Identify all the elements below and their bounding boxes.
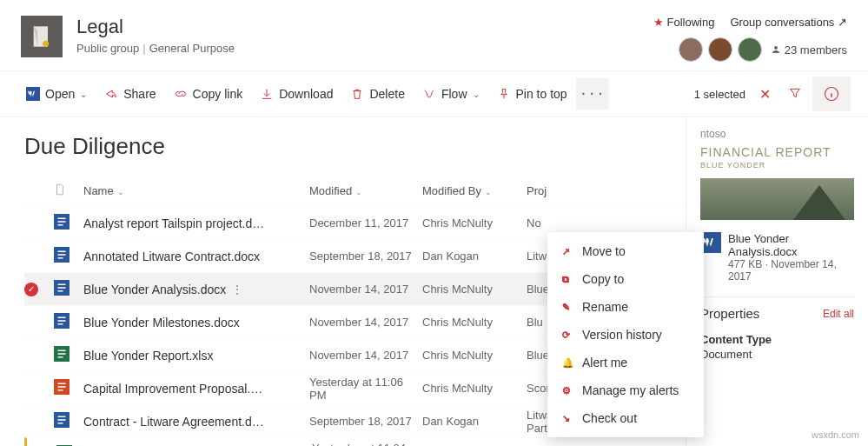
person-icon [771,44,781,55]
page-title: Due Diligence [24,133,686,160]
svg-text:↗: ↗ [562,246,570,256]
word-icon [54,247,70,263]
clear-selection-button[interactable]: ✕ [752,86,778,103]
flow-button[interactable]: Flow⌄ [414,82,488,106]
context-menu-item[interactable]: ↘Check out [547,404,704,432]
svg-point-2 [774,46,778,50]
selection-count: 1 selected [694,88,745,101]
context-menu-item[interactable]: 🔔Alert me [547,349,704,376]
properties-heading: Properties [700,306,759,321]
table-row[interactable]: Court Cases.xlsxYesterday at 11:04 PMChr… [24,437,686,446]
download-button[interactable]: Download [251,82,341,106]
modified-by-cell: Chris McNulty [422,216,527,230]
context-menu-item[interactable]: ⟳Version history [547,321,704,349]
modified-by-cell: Dan Kogan [422,250,527,263]
modified-cell: November 14, 2017 [309,283,422,296]
modified-by-cell: Chris McNulty [422,349,527,362]
share-button[interactable]: Share [96,82,164,106]
svg-text:🔔: 🔔 [562,357,573,369]
modified-cell: September 18, 2017 [309,415,422,428]
open-button[interactable]: Open⌄ [17,82,96,106]
svg-text:⧉: ⧉ [562,274,569,284]
row-more-button[interactable]: ⋮ [226,283,248,296]
modified-cell: September 18, 2017 [309,250,422,263]
info-pane-button[interactable] [812,77,851,111]
preview-thumbnail [700,178,854,220]
column-headers: Name⌄ Modified⌄ Modified By⌄ Proj [24,176,686,206]
pin-icon [497,87,511,101]
menu-item-icon: 🔔 [560,356,573,369]
menu-item-icon: ↗ [560,244,573,258]
file-name[interactable]: Analyst report Tailspin project.d… [83,216,309,230]
modified-cell: Yesterday at 11:06 PM [309,376,422,402]
prop-content-type-value: Document [700,348,854,361]
ppt-icon [54,379,70,395]
pin-button[interactable]: Pin to top [488,82,576,106]
svg-text:✎: ✎ [562,302,570,312]
column-project[interactable]: Proj [527,184,622,197]
download-icon [260,87,274,101]
file-name[interactable]: Blue Yonder Milestones.docx [83,316,309,330]
project-cell: No [527,216,622,230]
members-row[interactable]: 23 members [679,37,847,62]
delete-button[interactable]: Delete [341,82,413,106]
context-menu-item[interactable]: ⧉Copy to [547,265,704,293]
share-icon [104,87,118,101]
file-name[interactable]: Contract - Litware Agreement.d… [83,415,309,429]
context-menu-item[interactable]: ⚙Manage my alerts [547,376,704,404]
file-name[interactable]: Blue Yonder Analysis.docx⋮ [83,283,309,296]
site-title: Legal [76,16,235,38]
document-icon [54,183,66,196]
context-menu-item[interactable]: ✎Rename [547,293,704,321]
menu-item-icon: ↘ [560,411,573,425]
file-name[interactable]: Blue Yonder Report.xlsx [83,349,309,363]
word-icon [54,280,70,296]
command-bar: Open⌄ Share Copy link Download Delete Fl… [0,70,868,117]
menu-item-icon: ⧉ [560,272,573,286]
column-modified[interactable]: Modified⌄ [309,184,422,197]
modified-by-cell: Chris McNulty [422,316,527,329]
modified-by-cell: Dan Kogan [422,415,527,428]
modified-by-cell: Chris McNulty [422,283,527,296]
avatar [679,37,703,62]
trash-icon [350,87,364,101]
modified-by-cell: Chris McNulty [422,382,527,395]
word-icon [54,313,70,329]
modified-cell: December 11, 2017 [309,216,422,230]
following-link[interactable]: ★ Following [653,16,715,29]
watermark: wsxdn.com [808,429,863,441]
context-menu: ↗Move to⧉Copy to✎Rename⟳Version history🔔… [547,232,704,437]
svg-text:⚙: ⚙ [562,385,571,396]
more-button[interactable]: · · · [576,78,609,110]
modified-cell: November 14, 2017 [309,316,422,329]
svg-point-1 [43,41,49,47]
copy-link-button[interactable]: Copy link [165,82,252,106]
file-name[interactable]: Capital Improvement Proposal.… [83,382,309,396]
context-menu-item[interactable]: ↗Move to [547,237,704,265]
modified-cell: Yesterday at 11:04 PM [312,442,425,447]
menu-item-icon: ⚙ [560,383,573,397]
menu-item-icon: ✎ [560,300,573,314]
site-icon [21,16,63,57]
group-conversations-link[interactable]: Group conversations ↗ [730,16,847,29]
preview-subtitle: BLUE YONDER [700,161,854,170]
site-subtitle: Public group|General Purpose [76,42,235,55]
svg-text:⟳: ⟳ [562,330,570,340]
flow-icon [422,87,436,101]
details-pane: ntoso FINANCIAL REPORT BLUE YONDER Blue … [686,117,868,446]
column-modified-by[interactable]: Modified By⌄ [422,184,527,197]
word-icon [26,87,40,101]
link-icon [174,87,188,101]
info-icon [824,86,839,102]
word-icon [54,412,70,428]
checked-icon[interactable]: ✓ [24,283,38,296]
word-icon [54,214,70,230]
brand-fragment: ntoso [700,128,854,140]
file-name[interactable]: Annotated Litware Contract.docx [83,250,309,263]
edit-all-button[interactable]: Edit all [823,308,854,320]
filter-icon [788,86,802,100]
filter-button[interactable] [778,81,812,108]
column-name[interactable]: Name⌄ [83,184,309,197]
details-file-name: Blue Yonder Analysis.docx [728,232,854,258]
modified-cell: November 14, 2017 [309,349,422,362]
